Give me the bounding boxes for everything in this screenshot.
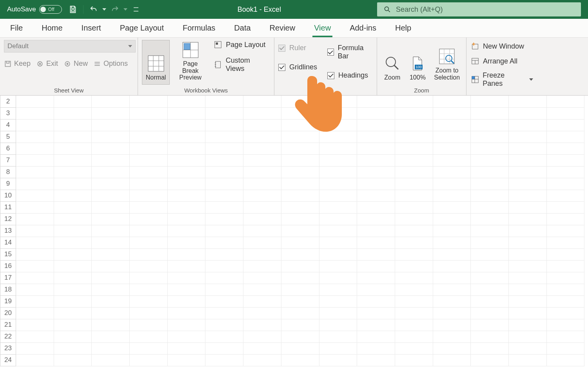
- cell[interactable]: [92, 260, 130, 272]
- tab-formulas[interactable]: Formulas: [181, 24, 217, 33]
- cell[interactable]: [167, 201, 205, 213]
- cell[interactable]: [130, 237, 168, 248]
- cell[interactable]: [167, 260, 205, 272]
- cell[interactable]: [357, 295, 395, 307]
- row-header[interactable]: 9: [0, 178, 16, 190]
- cell[interactable]: [357, 284, 395, 295]
- cell[interactable]: [205, 166, 243, 178]
- cell[interactable]: [16, 107, 54, 119]
- cell[interactable]: [130, 131, 168, 143]
- cell[interactable]: [395, 225, 433, 237]
- cell[interactable]: [508, 119, 546, 131]
- cell[interactable]: [243, 331, 281, 342]
- zoom-button[interactable]: Zoom: [381, 40, 404, 85]
- save-icon[interactable]: [67, 4, 78, 15]
- cell[interactable]: [205, 284, 243, 295]
- row-header[interactable]: 16: [0, 260, 16, 272]
- freeze-panes-button[interactable]: Freeze Panes: [470, 71, 533, 88]
- cell[interactable]: [357, 213, 395, 225]
- cell[interactable]: [54, 201, 92, 213]
- cell[interactable]: [357, 260, 395, 272]
- tab-add-ins[interactable]: Add-ins: [348, 24, 378, 33]
- cell[interactable]: [508, 237, 546, 248]
- cell[interactable]: [319, 178, 357, 190]
- tab-view[interactable]: View: [312, 24, 332, 33]
- cell[interactable]: [546, 342, 584, 354]
- cell[interactable]: [54, 190, 92, 201]
- cell[interactable]: [357, 342, 395, 354]
- cell[interactable]: [546, 260, 584, 272]
- cell[interactable]: [395, 119, 433, 131]
- cell[interactable]: [92, 248, 130, 260]
- cell[interactable]: [243, 178, 281, 190]
- cell[interactable]: [130, 225, 168, 237]
- cell[interactable]: [130, 272, 168, 284]
- cell[interactable]: [54, 272, 92, 284]
- search-box[interactable]: Search (Alt+Q): [377, 2, 581, 16]
- cell[interactable]: [92, 319, 130, 331]
- cell[interactable]: [281, 272, 319, 284]
- cell[interactable]: [130, 166, 168, 178]
- cell[interactable]: [546, 190, 584, 201]
- cell[interactable]: [471, 342, 509, 354]
- cell[interactable]: [243, 354, 281, 366]
- cell[interactable]: [357, 237, 395, 248]
- cell[interactable]: [281, 213, 319, 225]
- cell[interactable]: [16, 272, 54, 284]
- cell[interactable]: [205, 107, 243, 119]
- cell[interactable]: [16, 295, 54, 307]
- cell[interactable]: [281, 307, 319, 319]
- cell[interactable]: [16, 307, 54, 319]
- cell[interactable]: [508, 319, 546, 331]
- cell[interactable]: [243, 284, 281, 295]
- headings-checkbox[interactable]: Headings: [327, 71, 373, 80]
- cell[interactable]: [357, 96, 395, 107]
- cell[interactable]: [54, 225, 92, 237]
- cell[interactable]: [281, 190, 319, 201]
- cell[interactable]: [319, 107, 357, 119]
- cell[interactable]: [130, 331, 168, 342]
- cell[interactable]: [281, 319, 319, 331]
- tab-review[interactable]: Review: [268, 24, 297, 33]
- gridlines-checkbox[interactable]: Gridlines: [278, 63, 317, 71]
- cell[interactable]: [546, 143, 584, 154]
- cell[interactable]: [319, 295, 357, 307]
- cell[interactable]: [508, 354, 546, 366]
- cell[interactable]: [243, 248, 281, 260]
- cell[interactable]: [395, 178, 433, 190]
- cell[interactable]: [16, 319, 54, 331]
- cell[interactable]: [54, 342, 92, 354]
- redo-icon[interactable]: [109, 4, 120, 15]
- cell[interactable]: [471, 190, 509, 201]
- row-header[interactable]: 3: [0, 107, 16, 119]
- cell[interactable]: [243, 201, 281, 213]
- cell[interactable]: [508, 260, 546, 272]
- cell[interactable]: [508, 190, 546, 201]
- cell[interactable]: [319, 248, 357, 260]
- cell[interactable]: [130, 178, 168, 190]
- row-header[interactable]: 15: [0, 248, 16, 260]
- cell[interactable]: [54, 143, 92, 154]
- cell[interactable]: [395, 342, 433, 354]
- cell[interactable]: [16, 284, 54, 295]
- cell[interactable]: [281, 225, 319, 237]
- cell[interactable]: [395, 143, 433, 154]
- cell[interactable]: [54, 295, 92, 307]
- cell[interactable]: [167, 143, 205, 154]
- row-header[interactable]: 20: [0, 307, 16, 319]
- spreadsheet-grid[interactable]: 23456789101112131415161718192021222324: [0, 96, 588, 366]
- normal-view-button[interactable]: Normal: [142, 40, 170, 85]
- cell[interactable]: [357, 201, 395, 213]
- cell[interactable]: [205, 354, 243, 366]
- row-header[interactable]: 8: [0, 166, 16, 178]
- cell[interactable]: [243, 237, 281, 248]
- cell[interactable]: [471, 178, 509, 190]
- cell[interactable]: [319, 143, 357, 154]
- sheet-view-options-button[interactable]: Options: [93, 60, 128, 68]
- cell[interactable]: [433, 190, 471, 201]
- cell[interactable]: [433, 154, 471, 166]
- cell[interactable]: [471, 331, 509, 342]
- cell[interactable]: [205, 154, 243, 166]
- cell[interactable]: [92, 225, 130, 237]
- sheet-view-dropdown[interactable]: Default: [4, 40, 136, 53]
